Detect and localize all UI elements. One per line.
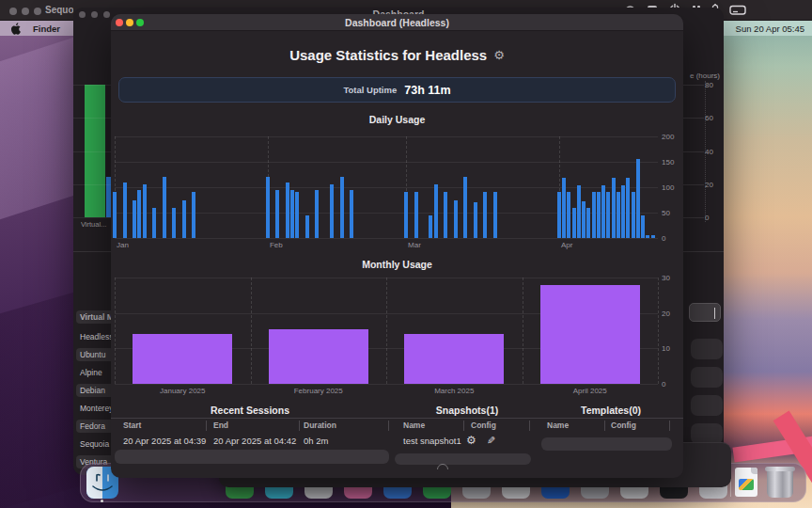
daily-bar: [163, 177, 166, 238]
menubar-clock[interactable]: Sun 20 Apr 05:45: [736, 21, 804, 36]
template-empty-row[interactable]: [541, 437, 672, 451]
session-cell: 0h 2m: [304, 434, 328, 448]
daily-bar: [290, 190, 294, 238]
document-chart-preview: [739, 479, 754, 490]
gridline: [115, 238, 658, 239]
y-axis-tick: 150: [662, 158, 680, 167]
y-axis-tick: 0: [662, 234, 680, 243]
column-header: Config: [611, 421, 636, 430]
daily-bar: [567, 192, 570, 238]
month-label: February 2025: [294, 387, 343, 395]
daily-bar: [143, 184, 147, 238]
window-title: Dashboard (Headless): [111, 17, 683, 28]
daily-bar: [192, 192, 195, 238]
daily-bar: [586, 208, 590, 238]
column-divider: [529, 421, 530, 431]
minimize-button[interactable]: [22, 8, 29, 15]
gridline: [115, 162, 658, 163]
daily-bar: [493, 192, 497, 238]
gridline: [73, 118, 115, 119]
y-axis-tick: 0: [662, 380, 680, 389]
vm-window-title: Sequoia: [45, 5, 73, 15]
daily-bar: [597, 192, 601, 238]
daily-bar: [454, 200, 458, 239]
daily-bar: [577, 185, 581, 238]
daily-bar: [133, 200, 136, 239]
snapshot-name: test snapshot1: [403, 434, 461, 448]
daily-bar: [474, 202, 477, 238]
daily-bar: [152, 208, 156, 238]
page-fold: [751, 468, 757, 474]
daily-bar: [606, 192, 610, 238]
daily-bar: [172, 208, 176, 238]
monthly-bar: [269, 329, 368, 384]
daily-bar: [617, 192, 620, 238]
recent-sessions-title: Recent Sessions: [211, 405, 289, 416]
settings-gear-icon[interactable]: ⚙: [493, 49, 505, 61]
config-row-pill[interactable]: [691, 395, 723, 416]
y-axis-tick: 50: [662, 209, 680, 217]
hours-tick: 80: [705, 81, 720, 89]
daily-bar: [434, 184, 438, 238]
daily-bar: [275, 190, 279, 238]
uptime-value: 73h 11m: [404, 84, 450, 97]
snapshot-empty-row[interactable]: [395, 453, 531, 465]
apple-menu-icon[interactable]: [11, 23, 22, 35]
daily-bar: [651, 235, 655, 238]
monthly-bar: [404, 334, 504, 384]
daily-bar: [612, 178, 616, 238]
text-field[interactable]: [689, 303, 721, 322]
window-titlebar[interactable]: Dashboard (Headless): [111, 14, 683, 31]
trash-rim: [765, 467, 795, 471]
snapshot-edit-pencil-icon[interactable]: ✎: [487, 434, 495, 448]
config-row-pill[interactable]: [691, 367, 723, 388]
gridline: [683, 184, 704, 185]
trash-icon[interactable]: [767, 467, 793, 498]
column-header: Start: [123, 421, 141, 430]
daily-bar: [646, 235, 649, 238]
config-row-pill[interactable]: [691, 423, 723, 444]
bar-x-label: Virtual...: [81, 220, 111, 229]
daily-bar: [601, 185, 605, 238]
month-label: January 2025: [160, 387, 205, 395]
close-button[interactable]: [9, 8, 17, 15]
config-row-pill[interactable]: [691, 339, 723, 359]
session-row-highlight[interactable]: [115, 450, 389, 464]
daily-bar: [350, 190, 353, 238]
monthly-bar: [133, 334, 232, 384]
menu-item-finder[interactable]: Finder: [33, 24, 60, 34]
total-uptime-banner: Total Uptime 73h 11m: [118, 77, 676, 103]
drive-icon[interactable]: [729, 4, 746, 16]
daily-bar: [340, 177, 344, 238]
gridline: [73, 217, 115, 218]
column-divider: [604, 421, 605, 431]
snapshots-title: Snapshots(1): [436, 405, 499, 416]
y-axis-tick: 20: [662, 310, 680, 318]
daily-bar: [626, 178, 630, 238]
snapshot-config-gear-icon[interactable]: ⚙: [466, 434, 476, 448]
daily-bar: [123, 183, 127, 238]
month-label: Jan: [117, 241, 129, 249]
y-axis-tick: 100: [662, 183, 680, 192]
gridline: [683, 151, 704, 152]
daily-bar: [463, 177, 467, 238]
daily-usage-title: Daily Usage: [111, 114, 683, 125]
hours-tick: 60: [705, 114, 720, 122]
hours-tick: 40: [705, 148, 720, 156]
daily-bar: [295, 192, 299, 238]
column-divider: [388, 421, 389, 431]
daily-bar: [636, 159, 640, 238]
zoom-button[interactable]: [34, 8, 41, 15]
daily-bar: [315, 190, 319, 238]
column-divider: [299, 421, 300, 431]
document-dock-icon[interactable]: [735, 468, 757, 497]
hours-tick: 20: [705, 181, 720, 189]
table-divider-line: [111, 418, 683, 419]
y-axis-tick: 30: [662, 274, 680, 282]
daily-bar: [113, 192, 117, 238]
gridline: [115, 384, 658, 385]
month-label: Feb: [270, 241, 283, 249]
gridline: [73, 85, 115, 86]
column-header: Name: [547, 421, 569, 430]
monthly-usage-title: Monthly Usage: [111, 259, 683, 270]
